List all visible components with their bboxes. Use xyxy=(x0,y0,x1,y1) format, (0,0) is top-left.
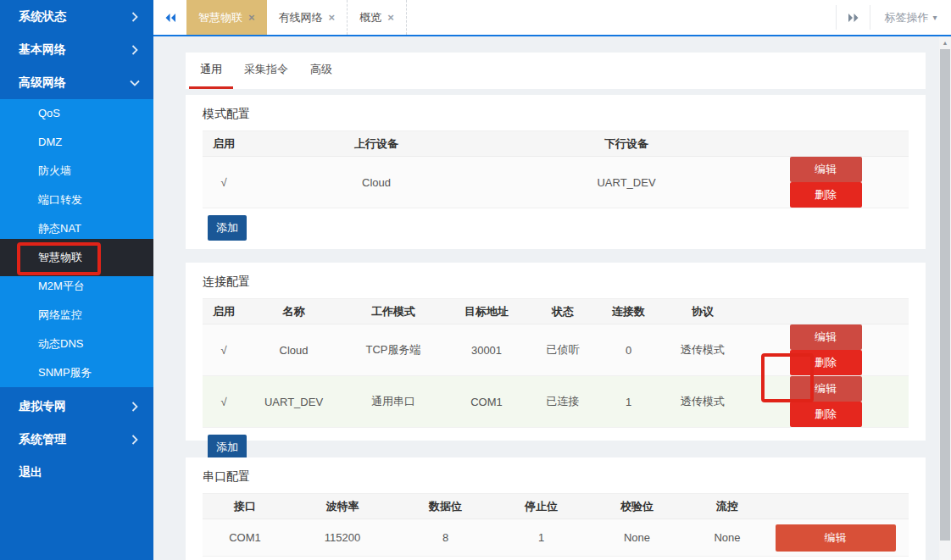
table-row: √ Cloud TCP服务端 30001 已侦听 0 透传模式 编辑 删除 xyxy=(203,324,909,376)
sidebar-item-advanced-network[interactable]: 高级网络 xyxy=(0,66,153,99)
cell-parity: None xyxy=(589,519,685,557)
cell-enabled: √ xyxy=(203,376,245,428)
tab-wired-network[interactable]: 有线网络 × xyxy=(267,0,348,35)
column-header: 上行设备 xyxy=(245,131,508,157)
cell-work-mode: TCP服务端 xyxy=(342,324,444,376)
close-icon[interactable]: × xyxy=(387,11,394,24)
sidebar-item-snmp[interactable]: SNMP服务 xyxy=(0,358,153,387)
edit-button[interactable]: 编辑 xyxy=(790,376,862,402)
tabbar-spacer xyxy=(407,0,836,35)
cell-work-mode: 通用串口 xyxy=(342,376,444,428)
panel-tab-collect-command[interactable]: 采集指令 xyxy=(233,53,299,89)
table-header-row: 启用 名称 工作模式 目标地址 状态 连接数 协议 xyxy=(203,299,909,324)
close-icon[interactable]: × xyxy=(329,11,336,24)
tab-label: 概览 xyxy=(359,10,381,25)
vertical-scrollbar[interactable]: ▲ xyxy=(939,36,951,560)
sidebar-item-vpn[interactable]: 虚拟专网 xyxy=(0,390,153,423)
sidebar-item-m2m-platform[interactable]: M2M平台 xyxy=(0,272,153,301)
column-header-actions xyxy=(745,299,909,324)
column-header: 流控 xyxy=(685,494,770,519)
panel-tab-advanced[interactable]: 高级 xyxy=(299,53,343,89)
sidebar-item-firewall[interactable]: 防火墙 xyxy=(0,157,153,186)
column-header: 连接数 xyxy=(597,299,660,324)
column-header: 校验位 xyxy=(589,494,685,519)
chevron-right-icon xyxy=(131,402,138,412)
chevron-right-icon xyxy=(131,45,138,55)
column-header: 下行设备 xyxy=(508,131,745,157)
serial-config-table: 接口 波特率 数据位 停止位 校验位 流控 COM1 115200 8 1 No… xyxy=(203,493,909,557)
cell-target-address: COM1 xyxy=(444,376,529,428)
add-button[interactable]: 添加 xyxy=(208,215,247,241)
column-header: 数据位 xyxy=(398,494,493,519)
mode-config-section: 模式配置 启用 上行设备 下行设备 √ Cloud UART_DEV 编辑 删除… xyxy=(186,95,926,249)
cell-actions: 编辑 删除 xyxy=(745,376,909,428)
section-title-serial-config: 串口配置 xyxy=(186,457,926,485)
cell-upstream-device: Cloud xyxy=(245,157,508,208)
cell-actions: 编辑 删除 xyxy=(745,324,909,376)
sidebar-item-label: 系统状态 xyxy=(19,9,66,25)
delete-button[interactable]: 删除 xyxy=(790,182,862,208)
table-header-row: 接口 波特率 数据位 停止位 校验位 流控 xyxy=(203,494,909,519)
cell-enabled: √ xyxy=(203,157,245,208)
sidebar-item-basic-network[interactable]: 基本网络 xyxy=(0,33,153,66)
sidebar-item-qos[interactable]: QoS xyxy=(0,99,153,128)
mode-config-table: 启用 上行设备 下行设备 √ Cloud UART_DEV 编辑 删除 xyxy=(203,130,909,208)
sidebar-item-network-monitor[interactable]: 网络监控 xyxy=(0,301,153,330)
column-header: 启用 xyxy=(203,299,245,324)
cell-protocol: 透传模式 xyxy=(660,376,745,428)
sidebar-item-dynamic-dns[interactable]: 动态DNS xyxy=(0,330,153,358)
sidebar-item-dmz[interactable]: DMZ xyxy=(0,128,153,157)
sidebar-item-port-forward[interactable]: 端口转发 xyxy=(0,186,153,214)
scroll-tabs-left-button[interactable] xyxy=(153,0,186,35)
sidebar-item-system-status[interactable]: 系统状态 xyxy=(0,0,153,33)
table-row: √ UART_DEV 通用串口 COM1 已连接 1 透传模式 编辑 删除 xyxy=(203,376,909,428)
column-header-actions xyxy=(745,131,909,157)
column-header: 状态 xyxy=(529,299,597,324)
edit-button[interactable]: 编辑 xyxy=(790,157,862,182)
delete-button[interactable]: 删除 xyxy=(790,402,862,427)
cell-interface: COM1 xyxy=(203,519,287,557)
scroll-up-arrow-icon[interactable]: ▲ xyxy=(939,36,951,49)
edit-button[interactable]: 编辑 xyxy=(790,324,862,350)
panel-tab-strip: 通用 采集指令 高级 xyxy=(186,53,926,89)
serial-config-section: 串口配置 接口 波特率 数据位 停止位 校验位 流控 COM1 115200 8… xyxy=(186,457,926,560)
sidebar-item-logout[interactable]: 退出 xyxy=(0,456,153,489)
cell-stop-bits: 1 xyxy=(493,519,589,557)
close-icon[interactable]: × xyxy=(248,11,255,24)
panel-tab-general[interactable]: 通用 xyxy=(189,53,233,89)
cell-protocol: 透传模式 xyxy=(660,324,745,376)
cell-name: UART_DEV xyxy=(245,376,342,428)
sidebar-item-smart-iot[interactable]: 智慧物联 xyxy=(0,239,153,276)
column-header-actions xyxy=(770,494,909,519)
table-row: COM1 115200 8 1 None None 编辑 xyxy=(203,519,909,557)
tab-smart-iot[interactable]: 智慧物联 × xyxy=(186,0,267,35)
chevron-down-icon xyxy=(131,78,138,88)
column-header: 接口 xyxy=(203,494,287,519)
sidebar-item-label: 虚拟专网 xyxy=(19,399,66,414)
delete-button[interactable]: 删除 xyxy=(790,350,862,375)
tab-overview[interactable]: 概览 × xyxy=(348,0,407,35)
sidebar-item-label: 退出 xyxy=(19,465,42,480)
sidebar-item-label: 高级网络 xyxy=(19,75,66,91)
table-header-row: 启用 上行设备 下行设备 xyxy=(203,131,909,157)
edit-button[interactable]: 编辑 xyxy=(776,524,896,552)
tab-operations-label: 标签操作 xyxy=(884,10,928,25)
cell-name: Cloud xyxy=(245,324,342,376)
double-chevron-left-icon xyxy=(164,13,177,23)
double-chevron-right-icon xyxy=(847,13,860,23)
sidebar: 系统状态 基本网络 高级网络 QoS DMZ 防火墙 端口转发 静态NAT 智慧… xyxy=(0,0,153,560)
cell-actions: 编辑 删除 xyxy=(745,157,909,208)
chevron-right-icon xyxy=(131,12,138,22)
scroll-tabs-right-button[interactable] xyxy=(837,0,870,35)
add-button[interactable]: 添加 xyxy=(208,435,247,460)
cell-enabled: √ xyxy=(203,324,245,376)
tab-operations-dropdown[interactable]: 标签操作 ▾ xyxy=(870,0,951,35)
column-header: 名称 xyxy=(245,299,342,324)
scrollbar-thumb[interactable] xyxy=(940,49,950,541)
sidebar-item-system-manage[interactable]: 系统管理 xyxy=(0,423,153,456)
column-header: 协议 xyxy=(660,299,745,324)
tab-label: 智慧物联 xyxy=(198,10,242,25)
connection-config-table: 启用 名称 工作模式 目标地址 状态 连接数 协议 √ Cloud TCP服务端… xyxy=(203,298,909,428)
cell-connection-count: 1 xyxy=(597,376,660,428)
sidebar-item-label: 基本网络 xyxy=(19,42,66,58)
